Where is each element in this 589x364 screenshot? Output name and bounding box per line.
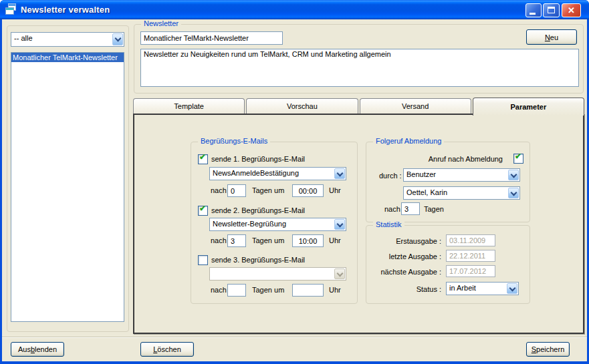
tagen-label: Tagen	[424, 205, 444, 214]
tab-strip: Template Vorschau Versand Parameter	[133, 96, 584, 114]
list-item[interactable]: Monatlicher TelMarkt-Newsletter	[11, 53, 124, 62]
newsletter-name-input[interactable]	[140, 31, 283, 45]
time2-input[interactable]	[292, 234, 324, 247]
time1-input[interactable]	[292, 184, 324, 197]
sende1-checkbox[interactable]: ✔	[198, 154, 208, 164]
minimize-icon	[529, 13, 536, 15]
newsletter-window: Newsletter verwalten ✕ -- alle Monatlich…	[0, 0, 589, 364]
template3-select	[209, 267, 346, 281]
erstausgabe-value	[446, 234, 495, 246]
status-select[interactable]: in Arbeit	[446, 282, 519, 295]
maximize-icon	[548, 7, 555, 13]
uhr-label: Uhr	[329, 236, 341, 245]
greeting-group-label: Begrüßungs-E-Mails	[198, 137, 270, 145]
template2-select[interactable]: Newsletter-Begrüßung	[209, 218, 346, 231]
title-bar: Newsletter verwalten ✕	[0, 0, 589, 19]
letzte-ausgabe-label: letzte Ausgabe :	[369, 252, 441, 261]
days1-input[interactable]	[227, 184, 246, 197]
naechste-ausgabe-label: nächste Ausgabe :	[369, 268, 441, 277]
tagen-um-label: Tagen um	[252, 236, 284, 245]
anruf-checkbox[interactable]: ✔	[513, 154, 523, 164]
checkmark-icon: ✔	[199, 204, 206, 213]
chevron-down-icon	[334, 168, 345, 179]
speichern-button[interactable]: Speichern	[526, 342, 570, 357]
uhr-label: Uhr	[329, 286, 341, 295]
sende1-label: sende 1. Begrüßungs-E-Mail	[211, 155, 305, 164]
ausblenden-button[interactable]: Ausblenden	[11, 342, 64, 357]
nach-label: nach	[384, 205, 400, 214]
durch-label: durch :	[379, 172, 402, 180]
neu-button[interactable]: Neu	[526, 29, 577, 45]
tab-versand[interactable]: Versand	[360, 98, 471, 114]
nach-label: nach	[211, 286, 227, 295]
newsletter-description-textarea[interactable]: Newsletter zu Neuigkeiten rund um TelMar…	[140, 49, 579, 87]
chevron-down-icon	[334, 219, 345, 230]
newsletter-filter-select[interactable]: -- alle	[11, 32, 124, 47]
chevron-down-icon	[508, 170, 519, 180]
chevron-down-icon	[112, 33, 123, 45]
footer-separator	[2, 337, 587, 338]
sende3-label: sende 3. Begrüßungs-E-Mail	[211, 256, 305, 264]
loeschen-button[interactable]: Löschen	[140, 342, 194, 357]
sende2-checkbox[interactable]: ✔	[198, 206, 208, 216]
maximize-button[interactable]	[543, 3, 560, 17]
user-select[interactable]: Oettel, Karin	[403, 186, 520, 200]
tagen-um-label: Tagen um	[252, 286, 284, 295]
window-title: Newsletter verwalten	[21, 5, 110, 15]
chevron-down-icon	[507, 283, 517, 294]
days3-input[interactable]	[227, 284, 246, 297]
nach-label: nach	[211, 236, 227, 245]
days2-input[interactable]	[227, 234, 246, 247]
durch-select[interactable]: Benutzer	[403, 168, 520, 182]
naechste-ausgabe-value	[446, 265, 495, 277]
letzte-ausgabe-value	[446, 250, 495, 262]
chevron-down-icon	[508, 188, 519, 198]
newsletter-group-label: Newsletter	[141, 19, 181, 27]
uhr-label: Uhr	[329, 186, 341, 195]
status-label: Status :	[369, 285, 441, 294]
followup-group-label: Folgeruf Abmeldung	[373, 137, 444, 145]
sende2-label: sende 2. Begrüßungs-E-Mail	[211, 206, 305, 215]
chevron-down-icon	[334, 268, 345, 279]
tab-parameter[interactable]: Parameter	[473, 98, 584, 116]
app-icon	[5, 3, 17, 15]
tagen-um-label: Tagen um	[252, 186, 284, 195]
nach-label: nach	[211, 186, 227, 195]
checkmark-icon: ✔	[199, 153, 206, 162]
statistik-group-label: Statistik	[373, 220, 404, 228]
filter-value: -- alle	[11, 33, 112, 46]
close-button[interactable]: ✕	[562, 3, 581, 17]
template1-select[interactable]: NewsAnmeldeBestätigung	[209, 167, 346, 180]
time3-input[interactable]	[292, 284, 324, 297]
followup-days-input[interactable]	[401, 202, 420, 215]
checkmark-icon: ✔	[515, 152, 521, 161]
tab-template[interactable]: Template	[133, 98, 245, 114]
minimize-button[interactable]	[525, 3, 542, 17]
anruf-label: Anruf nach Abmeldung	[401, 155, 503, 164]
sende3-checkbox[interactable]	[198, 255, 208, 265]
erstausgabe-label: Erstausgabe :	[369, 237, 441, 246]
tab-vorschau[interactable]: Vorschau	[246, 98, 358, 114]
newsletter-listbox: Monatlicher TelMarkt-Newsletter	[11, 52, 124, 322]
close-icon: ✕	[562, 5, 580, 15]
